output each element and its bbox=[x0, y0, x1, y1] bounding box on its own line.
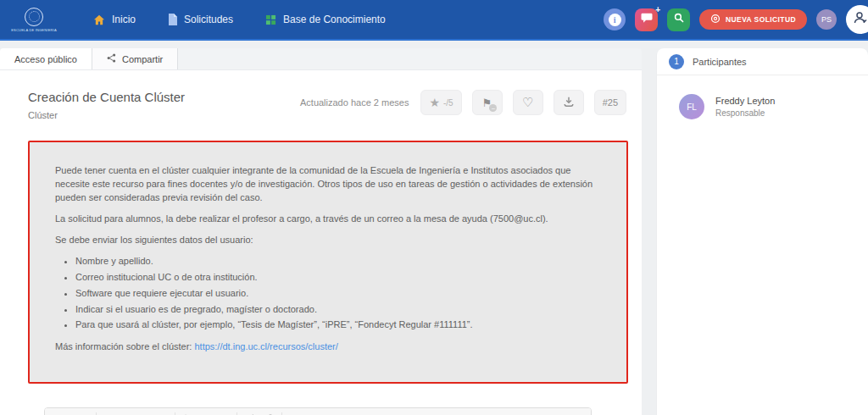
info-icon: i bbox=[609, 14, 621, 26]
list-item: Correo institucional UC o de otra instit… bbox=[75, 271, 603, 285]
italic-icon[interactable]: I bbox=[120, 411, 135, 415]
document-icon bbox=[168, 14, 177, 25]
participant-row: FL Freddy Leyton Responsable bbox=[657, 75, 868, 119]
article-number-badge[interactable]: #25 bbox=[594, 90, 626, 115]
search-icon bbox=[673, 12, 685, 27]
article-card: Acceso público Compartir Creación de Cue… bbox=[0, 48, 642, 415]
more-info-label: Más información sobre el clúster: bbox=[55, 341, 194, 351]
tab-label: Acceso público bbox=[14, 54, 77, 64]
nav-item-label: Inicio bbox=[112, 14, 136, 25]
redo-icon[interactable]: ↻ bbox=[75, 411, 90, 415]
chat-button[interactable]: + bbox=[635, 8, 658, 31]
participants-title: Participantes bbox=[693, 57, 747, 67]
paragraph: Se debe enviar los siguientes datos del … bbox=[55, 234, 603, 247]
ordered-list-icon[interactable] bbox=[181, 411, 197, 415]
unlink-icon[interactable] bbox=[260, 411, 275, 415]
list-item: Nombre y apellido. bbox=[75, 255, 603, 268]
new-request-label: NUEVA SOLICITUD bbox=[726, 15, 796, 24]
article-body: Creación de Cuenta Clúster Clúster Actua… bbox=[0, 70, 642, 415]
top-navbar: ESCUELA DE INGENIERÍA Inicio Solicitudes… bbox=[0, 0, 868, 41]
more-info-line: Más información sobre el clúster: https:… bbox=[55, 340, 603, 354]
participant-name: Freddy Leyton bbox=[715, 96, 775, 106]
download-button[interactable] bbox=[554, 90, 584, 115]
article-header: Creación de Cuenta Clúster Clúster Actua… bbox=[0, 70, 642, 120]
expand-icon[interactable] bbox=[288, 411, 303, 415]
nav-item-label: Base de Conocimiento bbox=[283, 14, 386, 25]
main-nav: Inicio Solicitudes Base de Conocimiento bbox=[83, 7, 408, 32]
strikethrough-icon[interactable]: S bbox=[153, 411, 169, 415]
heart-icon: ♡ bbox=[522, 95, 533, 110]
search-button[interactable] bbox=[667, 8, 690, 31]
participants-count-badge: 1 bbox=[669, 54, 684, 69]
school-logo-caption: ESCUELA DE INGENIERÍA bbox=[11, 28, 57, 32]
tab-bar: Acceso público Compartir bbox=[0, 48, 642, 70]
star-icon: ★ bbox=[429, 96, 440, 109]
unordered-list-icon[interactable] bbox=[198, 411, 214, 415]
nav-item-label: Solicitudes bbox=[184, 14, 233, 25]
school-seal-icon bbox=[25, 8, 43, 26]
tab-label: Compartir bbox=[122, 54, 163, 64]
download-icon bbox=[563, 96, 575, 110]
requirements-list: Nombre y apellido. Correo institucional … bbox=[75, 255, 603, 333]
page-title: Creación de Cuenta Clúster bbox=[28, 90, 185, 104]
bold-icon[interactable]: B bbox=[103, 411, 118, 415]
article-actions: Actualizado hace 2 meses ★ -/5 ⚑ – bbox=[300, 90, 626, 115]
favorite-button[interactable]: ♡ bbox=[513, 90, 543, 115]
main-column: Acceso público Compartir Creación de Cue… bbox=[0, 48, 642, 415]
new-request-button[interactable]: NUEVA SOLICITUD bbox=[699, 9, 807, 30]
participant-info: Freddy Leyton Responsable bbox=[715, 96, 775, 118]
article-title-block: Creación de Cuenta Clúster Clúster bbox=[28, 90, 185, 120]
info-button[interactable]: i bbox=[604, 8, 626, 30]
nav-item-base-de-conocimiento[interactable]: Base de Conocimiento bbox=[255, 7, 396, 32]
comment-editor: ↺ ↻ B I U S bbox=[44, 407, 592, 415]
list-item: Para que usará al clúster, por ejemplo, … bbox=[75, 318, 603, 332]
school-logo[interactable]: ESCUELA DE INGENIERÍA bbox=[15, 8, 53, 32]
rating-button[interactable]: ★ -/5 bbox=[420, 90, 461, 115]
share-icon bbox=[107, 53, 116, 64]
participant-avatar: FL bbox=[679, 94, 704, 119]
participant-role: Responsable bbox=[715, 108, 775, 118]
undo-icon[interactable]: ↺ bbox=[58, 411, 73, 415]
account-menu-button[interactable] bbox=[846, 5, 868, 34]
underline-icon[interactable]: U bbox=[136, 411, 152, 415]
sidebar-column: 1 Participantes FL Freddy Leyton Respons… bbox=[657, 48, 868, 415]
navbar-actions: i + NUEVA SOLICITUD PS bbox=[604, 5, 868, 34]
blockquote-icon[interactable]: ” bbox=[215, 411, 231, 415]
person-icon bbox=[853, 10, 868, 29]
list-item: Indicar si el usuario es de pregrado, ma… bbox=[75, 303, 603, 317]
home-icon bbox=[93, 14, 105, 25]
link-icon[interactable] bbox=[243, 411, 259, 415]
article-category: Clúster bbox=[28, 110, 185, 120]
list-item: Software que requiere ejecutar el usuari… bbox=[75, 287, 603, 301]
user-avatar[interactable]: PS bbox=[816, 9, 837, 30]
updated-timestamp: Actualizado hace 2 meses bbox=[300, 97, 409, 108]
knowledge-base-icon bbox=[265, 14, 276, 25]
flag-icon: ⚑ – bbox=[482, 97, 492, 109]
cluster-info-link[interactable]: https://dt.ing.uc.cl/recursos/cluster/ bbox=[194, 341, 337, 351]
new-request-icon bbox=[710, 14, 721, 25]
tab-compartir[interactable]: Compartir bbox=[92, 48, 178, 69]
participants-panel: 1 Participantes FL Freddy Leyton Respons… bbox=[657, 48, 868, 415]
nav-item-inicio[interactable]: Inicio bbox=[83, 7, 146, 32]
paragraph: La solicitud para alumnos, la debe reali… bbox=[55, 213, 603, 226]
nav-item-solicitudes[interactable]: Solicitudes bbox=[158, 7, 243, 32]
rating-value: -/5 bbox=[443, 98, 453, 108]
flag-badge-icon: – bbox=[489, 104, 497, 112]
paragraph: Puede tener cuenta en el clúster cualqui… bbox=[55, 164, 603, 205]
editor-toolbar: ↺ ↻ B I U S bbox=[45, 408, 591, 415]
tab-acceso-publico[interactable]: Acceso público bbox=[0, 48, 92, 69]
article-content-box: Puede tener cuenta en el clúster cualqui… bbox=[28, 141, 628, 384]
participants-header: 1 Participantes bbox=[657, 48, 868, 75]
page-content: Acceso público Compartir Creación de Cue… bbox=[0, 41, 868, 415]
flag-button[interactable]: ⚑ – bbox=[472, 90, 503, 115]
notification-plus-icon: + bbox=[655, 5, 660, 14]
chat-bubble-icon bbox=[641, 12, 653, 27]
